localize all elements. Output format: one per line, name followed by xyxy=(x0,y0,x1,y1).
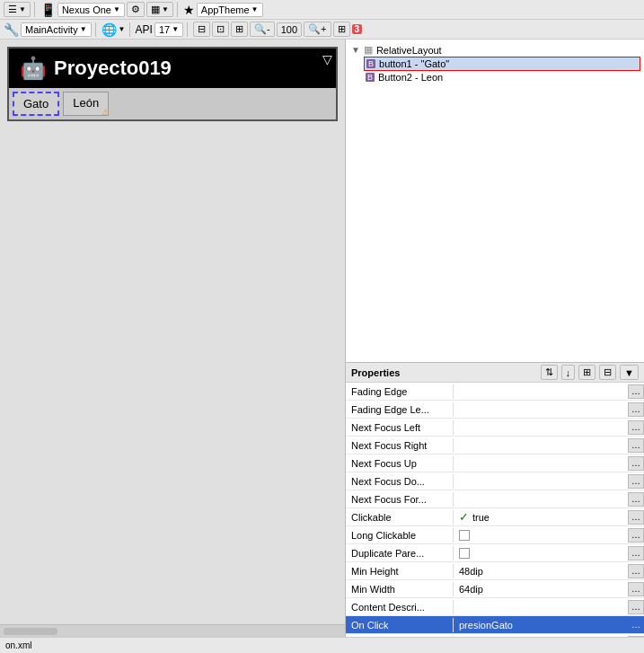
button-gato[interactable]: Gato xyxy=(13,92,59,116)
tree-label-button2: Button2 - Leon xyxy=(378,72,443,83)
app-title: Proyecto019 xyxy=(54,57,172,80)
prop-row-content-descri: Content Descri... … xyxy=(346,598,644,616)
prop-value-next-focus-left xyxy=(454,426,628,429)
on-click-input[interactable] xyxy=(459,620,622,631)
tree-panel: ▼ ▦ RelativeLayout B button1 - "Gato" B … xyxy=(346,40,644,363)
props-collapse-btn[interactable]: ⊟ xyxy=(599,365,616,380)
props-filter-btn[interactable]: ↓ xyxy=(561,365,576,380)
prop-btn-5[interactable]: … xyxy=(628,474,644,489)
prop-name-dup-parent: Duplicate Pare... xyxy=(346,546,454,560)
prop-value-long-clickable[interactable] xyxy=(454,528,628,543)
prop-btn-4[interactable]: … xyxy=(628,456,644,471)
props-header-icons: ⇅ ↓ ⊞ ⊟ ▼ xyxy=(541,365,639,380)
toolbar-group-device: 📱 Nexus One ▼ ⚙ ▦ ▼ xyxy=(40,2,178,17)
zoom-out-btn[interactable]: ⊟ xyxy=(193,22,210,37)
prop-btn-3[interactable]: … xyxy=(628,438,644,453)
button-leon[interactable]: León ⚠ xyxy=(63,92,109,116)
scroll-thumb[interactable] xyxy=(4,628,57,635)
prop-value-content-descri xyxy=(454,605,628,609)
phone-content: Gato León ⚠ xyxy=(9,88,336,119)
prop-btn-6[interactable]: … xyxy=(628,492,644,507)
device-dropdown[interactable]: Nexus One ▼ xyxy=(57,3,125,17)
prop-name-next-focus-up: Next Focus Up xyxy=(346,456,454,471)
prop-btn-9[interactable]: … xyxy=(628,546,644,560)
device-settings-btn[interactable]: ⚙ xyxy=(127,2,145,17)
prop-btn-12[interactable]: … xyxy=(628,600,644,614)
prop-btn-13[interactable]: … xyxy=(628,618,644,632)
device-arrow: ▼ xyxy=(113,5,120,13)
app-header: 🤖 Proyecto019 xyxy=(9,49,336,88)
main-area: ▽ 🤖 Proyecto019 Gato León ⚠ xyxy=(0,40,644,637)
prop-row-next-focus-right: Next Focus Right … xyxy=(346,437,644,454)
prop-btn-10[interactable]: … xyxy=(628,564,644,578)
prop-value-next-focus-up xyxy=(454,462,628,465)
prop-row-next-focus-up: Next Focus Up … xyxy=(346,454,644,472)
prop-btn-2[interactable]: … xyxy=(628,420,644,435)
prop-btn-7[interactable]: … xyxy=(628,510,644,525)
prop-value-on-click[interactable] xyxy=(454,618,628,632)
prop-btn-1[interactable]: … xyxy=(628,402,644,417)
locale-icon: 🌐 xyxy=(101,22,117,37)
prop-name-next-focus-do: Next Focus Do... xyxy=(346,474,454,489)
canvas-area: ▽ 🤖 Proyecto019 Gato León ⚠ xyxy=(0,40,345,624)
theme-label: AppTheme xyxy=(201,4,250,15)
min-height-val: 48dip xyxy=(459,566,483,577)
props-table: Fading Edge … Fading Edge Le... … Next F… xyxy=(346,383,644,637)
prop-value-next-focus-right xyxy=(454,444,628,447)
device-extra-btn[interactable]: ▦ ▼ xyxy=(146,2,173,17)
clickable-checkbox[interactable]: ✓ xyxy=(459,510,469,524)
layout-icon-btn[interactable]: ⊞ xyxy=(333,22,350,37)
prop-name-fading-edge: Fading Edge xyxy=(346,384,454,399)
prop-row-next-focus-do: Next Focus Do... … xyxy=(346,472,644,490)
api-dropdown[interactable]: 17 ▼ xyxy=(154,22,183,37)
menu-btn[interactable]: ☰ ▼ xyxy=(4,2,31,17)
prop-row-fading-edge-le: Fading Edge Le... … xyxy=(346,401,644,419)
prop-name-content-descri: Content Descri... xyxy=(346,600,454,614)
main-toolbar: ☰ ▼ 📱 Nexus One ▼ ⚙ ▦ ▼ ★ AppTheme ▼ xyxy=(0,0,644,20)
prop-value-clickable[interactable]: ✓ true xyxy=(454,508,628,525)
tree-icon-btn1: B xyxy=(366,59,375,68)
prop-name-long-clickable: Long Clickable xyxy=(346,528,454,543)
prop-row-next-focus-left: Next Focus Left … xyxy=(346,419,644,437)
right-panel: ▼ ▦ RelativeLayout B button1 - "Gato" B … xyxy=(346,40,644,637)
prop-value-next-focus-do xyxy=(454,480,628,483)
dup-parent-checkbox[interactable] xyxy=(459,548,470,559)
prop-btn-0[interactable]: … xyxy=(628,384,644,399)
props-expand-btn[interactable]: ⊞ xyxy=(578,365,595,380)
tree-item-button2[interactable]: B Button2 - Leon xyxy=(364,71,640,84)
prop-name-clickable: Clickable xyxy=(346,510,454,525)
props-sort-btn[interactable]: ⇅ xyxy=(541,365,558,380)
phone-screen: ▽ 🤖 Proyecto019 Gato León ⚠ xyxy=(7,47,338,121)
props-menu-btn[interactable]: ▼ xyxy=(620,365,639,380)
locale-arrow: ▼ xyxy=(119,25,126,33)
prop-btn-11[interactable]: … xyxy=(628,582,644,596)
prop-name-next-focus-for: Next Focus For... xyxy=(346,492,454,507)
theme-dropdown[interactable]: AppTheme ▼ xyxy=(197,3,263,17)
canvas-scrollbar-h[interactable] xyxy=(0,624,345,637)
tree-item-relative[interactable]: ▼ ▦ RelativeLayout xyxy=(349,43,640,57)
zoom-100-btn[interactable]: 100 xyxy=(277,22,302,37)
prop-name-fading-edge-le: Fading Edge Le... xyxy=(346,402,454,417)
actual-size-btn[interactable]: ⊡ xyxy=(212,22,229,37)
tree-item-button1[interactable]: B button1 - "Gato" xyxy=(364,57,640,71)
zoom-in-btn[interactable]: 🔍+ xyxy=(304,22,331,37)
prop-value-dup-parent[interactable] xyxy=(454,546,628,560)
activity-dropdown[interactable]: MainActivity ▼ xyxy=(21,22,92,37)
tree-label-relative: RelativeLayout xyxy=(376,45,442,56)
secondary-toolbar: 🔧 MainActivity ▼ 🌐 ▼ API 17 ▼ ⊟ ⊡ ⊞ 🔍- 1… xyxy=(0,20,644,40)
btn-leon-label: León xyxy=(73,96,99,110)
prop-value-fading-edge-le xyxy=(454,408,628,411)
api-version: 17 xyxy=(159,24,170,35)
tree-icon-btn2: B xyxy=(366,73,375,82)
prop-btn-8[interactable]: … xyxy=(628,528,644,543)
prop-row-on-click: On Click … xyxy=(346,616,644,634)
device-icon: 📱 xyxy=(40,3,56,17)
activity-label: MainActivity xyxy=(25,24,78,35)
zoom-in-alt-btn[interactable]: 🔍- xyxy=(250,22,275,37)
properties-header: Properties ⇅ ↓ ⊞ ⊟ ▼ xyxy=(346,363,644,383)
toolbar-group-theme: ★ AppTheme ▼ xyxy=(183,3,267,17)
activity-icon: 🔧 xyxy=(4,22,19,37)
android-icon: 🤖 xyxy=(20,56,47,81)
fit-btn[interactable]: ⊞ xyxy=(231,22,248,37)
long-clickable-checkbox[interactable] xyxy=(459,530,470,541)
